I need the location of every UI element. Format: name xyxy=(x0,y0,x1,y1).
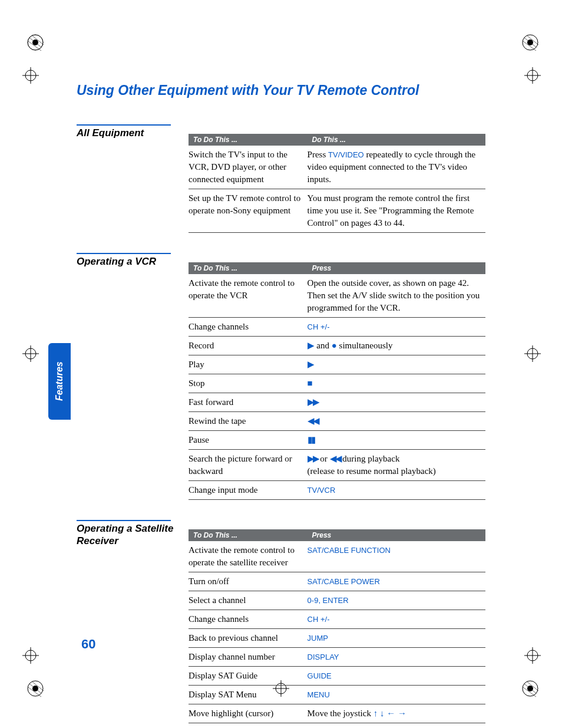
table-row: Change input modeTV/VCR xyxy=(189,481,485,500)
table-row: Back to previous channelJUMP xyxy=(189,629,485,648)
table-row: Record▶ and ● simultaneously xyxy=(189,337,485,355)
section-satellite: Operating a Satellite Receiver To Do Thi… xyxy=(77,520,485,728)
table-row: Search the picture forward or backward▶▶… xyxy=(189,450,485,481)
rewind-icon: ◀◀ xyxy=(308,415,318,427)
play-icon: ▶ xyxy=(308,340,315,352)
col-header: To Do This ... xyxy=(189,134,308,146)
cell-action: You must program the remote control the … xyxy=(308,189,485,233)
section-heading: Operating a Satellite Receiver xyxy=(77,522,177,548)
table-row: Rewind the tape◀◀ xyxy=(189,412,485,431)
table-row: Turn on/offSAT/CABLE POWER xyxy=(189,572,485,591)
cell-todo: Switch the TV's input to the VCR, DVD pl… xyxy=(189,146,308,189)
section-vcr: Operating a VCR To Do This ... Press Act… xyxy=(77,253,485,500)
table-row: Fast forward▶▶ xyxy=(189,393,485,412)
table-row: Select a channel0-9, ENTER xyxy=(189,591,485,610)
col-header: To Do This ... xyxy=(189,529,308,541)
section-rule xyxy=(77,124,171,126)
table-row: Activate the remote control to operate t… xyxy=(189,541,485,572)
cell-action: Press TV/VIDEO repeatedly to cycle throu… xyxy=(308,146,485,189)
col-header: Do This ... xyxy=(308,134,485,146)
table-row: Stop■ xyxy=(189,374,485,393)
table-row: Change channelsCH +/- xyxy=(189,318,485,337)
section-heading: All Equipment xyxy=(77,127,177,139)
section-rule xyxy=(77,520,171,521)
arrow-icons: ↑ ↓ ← → xyxy=(373,707,406,720)
table-row: Display channel numberDISPLAY xyxy=(189,648,485,667)
rewind-icon: ◀◀ xyxy=(330,453,340,465)
record-icon: ● xyxy=(332,340,337,352)
tv-video-button-label: TV/VIDEO xyxy=(328,150,364,159)
section-heading: Operating a VCR xyxy=(77,255,177,268)
table-row: Pause▮▮ xyxy=(189,431,485,450)
table-row: Move highlight (cursor)Move the joystick… xyxy=(189,704,485,723)
table-row: Display SAT MenuMENU xyxy=(189,686,485,704)
fast-forward-icon: ▶▶ xyxy=(308,453,318,465)
table-row: Set up the TV remote control to operate … xyxy=(189,189,485,233)
table-row: Play▶ xyxy=(189,355,485,374)
col-header: To Do This ... xyxy=(189,262,308,274)
table-row: Select item xyxy=(189,723,485,729)
table-row: Display SAT GuideGUIDE xyxy=(189,667,485,686)
col-header: Press xyxy=(308,262,485,274)
table-row: Switch the TV's input to the VCR, DVD pl… xyxy=(189,146,485,189)
col-header: Press xyxy=(308,529,485,541)
page-content: Using Other Equipment with Your TV Remot… xyxy=(0,0,562,728)
page-title: Using Other Equipment with Your TV Remot… xyxy=(77,83,485,98)
vcr-table: To Do This ... Press Activate the remote… xyxy=(189,262,485,500)
table-row: Change channelsCH +/- xyxy=(189,610,485,629)
fast-forward-icon: ▶▶ xyxy=(308,396,318,409)
section-rule xyxy=(77,253,171,254)
stop-icon: ■ xyxy=(308,377,313,390)
cell-todo: Set up the TV remote control to operate … xyxy=(189,189,308,233)
table-row: Activate the remote control to operate t… xyxy=(189,274,485,318)
page-number: 60 xyxy=(81,637,95,652)
satellite-table: To Do This ... Press Activate the remote… xyxy=(189,529,485,728)
pause-icon: ▮▮ xyxy=(308,434,315,446)
play-icon: ▶ xyxy=(308,358,315,371)
all-equipment-table: To Do This ... Do This ... Switch the TV… xyxy=(189,134,485,233)
section-all-equipment: All Equipment To Do This ... Do This ...… xyxy=(77,124,485,233)
